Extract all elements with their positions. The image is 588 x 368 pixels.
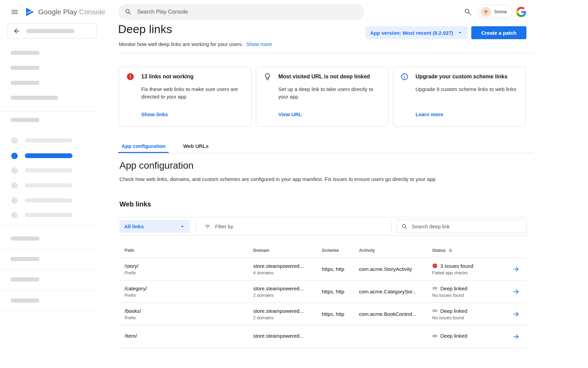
table-row[interactable]: /books/Prefix store.steampowered...2 dom… bbox=[119, 303, 527, 325]
skeleton-bar bbox=[25, 183, 72, 187]
card-body: Set up a deep link to take users directl… bbox=[278, 86, 381, 101]
app-name: Shrine bbox=[494, 9, 507, 14]
filter-by-label: Filter by bbox=[215, 224, 233, 229]
domain-cell: store.steampowered... bbox=[253, 333, 322, 340]
scheme-cell: https, http bbox=[322, 311, 359, 317]
console-search[interactable] bbox=[118, 4, 364, 20]
app-version-label: App version: Most recent (8.2.027) bbox=[370, 30, 453, 36]
console-search-input[interactable] bbox=[137, 9, 358, 15]
domain-cell: store.steampowered...2 domains bbox=[253, 286, 322, 298]
sidebar-nav-item[interactable] bbox=[11, 197, 72, 204]
vertical-divider bbox=[391, 220, 392, 233]
deep-link-search[interactable] bbox=[397, 220, 527, 233]
sidebar: Google Play Console bbox=[0, 0, 99, 368]
sidebar-nav-item[interactable] bbox=[11, 137, 72, 144]
sidebar-divider bbox=[0, 111, 99, 112]
status-cell: Deep linked No issues found bbox=[432, 286, 507, 298]
error-icon bbox=[126, 73, 134, 81]
column-status-label: Status bbox=[432, 248, 446, 253]
skeleton-bar bbox=[11, 277, 39, 281]
search-icon bbox=[401, 223, 408, 230]
skeleton-bar bbox=[26, 29, 75, 33]
back-navigation[interactable] bbox=[7, 23, 97, 39]
skeleton-bar bbox=[11, 257, 39, 261]
shrine-app-icon bbox=[481, 7, 491, 17]
app-version-dropdown[interactable]: App version: Most recent (8.2.027) bbox=[365, 26, 468, 39]
column-domain: Domain bbox=[253, 248, 322, 253]
global-search-button[interactable] bbox=[464, 8, 472, 16]
activity-cell: com.acme.StoryActivity bbox=[359, 266, 432, 272]
sidebar-divider bbox=[0, 270, 99, 270]
links-filter-value: All links bbox=[124, 224, 144, 229]
column-scheme: Scheme bbox=[322, 248, 359, 253]
domain-cell: store.steampowered...4 domains bbox=[253, 263, 322, 275]
sort-descending-icon bbox=[448, 247, 453, 253]
skeleton-bar bbox=[11, 236, 39, 241]
filter-icon bbox=[205, 224, 211, 230]
insight-card-upgrade-schemes: Upgrade your custom scheme links Upgrade… bbox=[393, 67, 526, 127]
error-icon bbox=[432, 263, 438, 269]
hamburger-icon bbox=[11, 8, 19, 16]
sidebar-nav-item[interactable] bbox=[11, 182, 72, 189]
skeleton-bar bbox=[25, 213, 72, 217]
sidebar-divider bbox=[0, 290, 99, 290]
links-filter-dropdown[interactable]: All links bbox=[119, 220, 190, 233]
filter-bar: All links Filter by bbox=[119, 217, 527, 235]
create-patch-button[interactable]: Create a patch bbox=[471, 26, 526, 39]
subtitle-text: Monitor how well deep links are working … bbox=[119, 41, 243, 47]
skeleton-bar bbox=[11, 66, 39, 70]
sidebar-divider bbox=[0, 310, 99, 311]
chevron-down-icon bbox=[457, 29, 463, 36]
column-status-sort[interactable]: Status bbox=[432, 247, 507, 253]
app-switcher-chip[interactable]: Shrine bbox=[478, 5, 512, 19]
play-logo-icon bbox=[25, 7, 35, 17]
deep-link-search-input[interactable] bbox=[412, 224, 522, 229]
skeleton-circle bbox=[11, 167, 18, 174]
sidebar-nav-item[interactable] bbox=[11, 167, 72, 174]
google-g-icon bbox=[516, 7, 526, 17]
skeleton-bar bbox=[11, 96, 58, 100]
card-body: Upgrade 9 custom scheme links to web lin… bbox=[415, 86, 518, 93]
sidebar-nav-item-selected[interactable] bbox=[11, 152, 72, 159]
section-title: App configuration bbox=[119, 160, 194, 171]
scheme-cell: https, http bbox=[322, 289, 359, 294]
path-cell: /books/Prefix bbox=[125, 308, 253, 320]
vertical-divider bbox=[196, 220, 196, 233]
open-row-arrow-icon[interactable] bbox=[512, 288, 520, 295]
skeleton-circle bbox=[11, 153, 18, 159]
show-more-link[interactable]: Show more bbox=[246, 41, 272, 47]
path-cell: /category/Prefix bbox=[125, 286, 253, 298]
card-body: Fix these web links to make sure users a… bbox=[141, 86, 244, 101]
play-console-logo[interactable]: Google Play Console bbox=[25, 7, 105, 17]
view-url-link[interactable]: View URL bbox=[278, 111, 302, 117]
filter-by-button[interactable]: Filter by bbox=[201, 217, 236, 235]
open-row-arrow-icon[interactable] bbox=[512, 310, 520, 318]
google-account-avatar[interactable] bbox=[516, 7, 526, 17]
card-title: 13 links not working bbox=[141, 74, 194, 80]
table-row[interactable]: /item/ store.steampowered... Deep linked bbox=[119, 325, 527, 348]
section-description: Check how web links, domains, and custom… bbox=[119, 176, 494, 182]
open-row-arrow-icon[interactable] bbox=[512, 265, 520, 273]
table-row[interactable]: /category/Prefix store.steampowered...2 … bbox=[119, 280, 527, 303]
status-cell: Deep linked bbox=[432, 333, 507, 340]
link-icon bbox=[432, 333, 438, 339]
domain-cell: store.steampowered...2 domains bbox=[253, 308, 322, 320]
open-row-arrow-icon[interactable] bbox=[512, 333, 520, 340]
page-subtitle: Monitor how well deep links are working … bbox=[119, 41, 272, 47]
sidebar-nav-item[interactable] bbox=[11, 212, 72, 218]
search-icon bbox=[125, 8, 132, 16]
tab-app-configuration[interactable]: App configuration bbox=[118, 139, 169, 153]
skeleton-bar bbox=[11, 81, 39, 85]
skeleton-bar bbox=[25, 138, 72, 142]
web-links-table: Path Domain Scheme Activity Status /stor… bbox=[119, 235, 527, 348]
menu-button[interactable] bbox=[9, 6, 20, 18]
chevron-down-icon bbox=[179, 223, 186, 230]
show-links-link[interactable]: Show links bbox=[141, 111, 168, 117]
learn-more-link[interactable]: Learn more bbox=[415, 111, 443, 117]
skeleton-circle bbox=[11, 137, 18, 144]
card-title: Most visited URL is not deep linked bbox=[278, 74, 370, 80]
table-row[interactable]: /story/Prefix store.steampowered...4 dom… bbox=[119, 258, 527, 280]
tab-web-urls[interactable]: Web URLs bbox=[180, 139, 212, 153]
path-cell: /story/Prefix bbox=[125, 263, 253, 275]
insight-card-most-visited-url: Most visited URL is not deep linked Set … bbox=[256, 67, 389, 127]
